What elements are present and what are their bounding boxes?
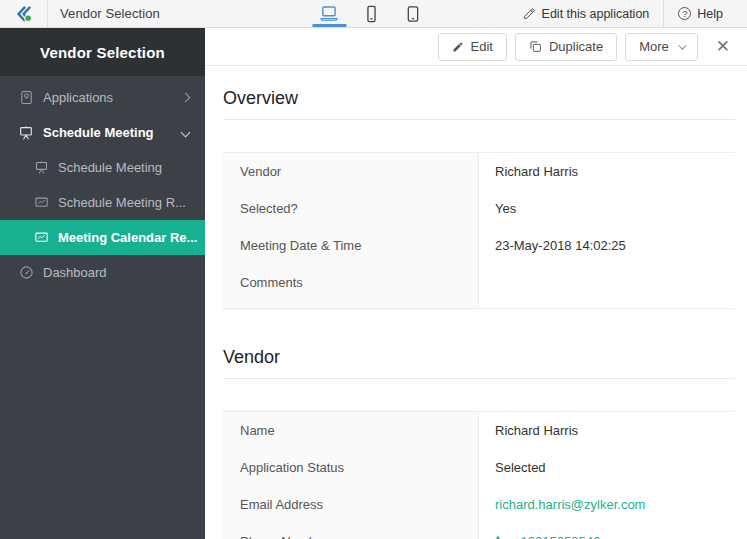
section-divider (223, 119, 735, 120)
table-row: Name Richard Harris (223, 412, 735, 449)
tablet-icon (404, 5, 421, 23)
phone-icon (495, 535, 507, 539)
app-title: Vendor Selection (48, 6, 160, 21)
edit-button-label: Edit (471, 39, 493, 54)
field-label: Selected? (223, 190, 479, 227)
duplicate-button[interactable]: Duplicate (515, 33, 617, 61)
smartphone-icon (363, 5, 379, 23)
sidebar-nav: Applications Schedule Meeting Schedule M… (0, 76, 205, 290)
pencil-icon (452, 41, 464, 53)
phone-link[interactable]: +12015653546 (479, 523, 735, 539)
sidebar-item-label: Dashboard (43, 265, 107, 280)
field-value: Selected (479, 449, 735, 486)
report-icon (33, 230, 49, 246)
close-record-icon[interactable]: ✕ (712, 34, 734, 59)
phone-number-text: +12015653546 (513, 534, 600, 539)
help-button[interactable]: ? Help (664, 0, 737, 27)
field-value: 23-May-2018 14:02:25 (479, 227, 735, 264)
field-label: Application Status (223, 449, 479, 486)
table-row: Vendor Richard Harris (223, 153, 735, 190)
more-button-label: More (639, 39, 669, 54)
chevron-down-icon (678, 41, 686, 49)
top-bar: Vendor Selection (0, 0, 747, 28)
edit-button[interactable]: Edit (438, 33, 507, 61)
applications-icon (18, 90, 34, 106)
field-value (479, 264, 735, 308)
table-row: Comments (223, 264, 735, 308)
pencil-icon (523, 7, 536, 20)
creator-logo-icon (13, 3, 35, 25)
sidebar-item-label: Applications (43, 90, 113, 105)
form-icon (18, 125, 34, 141)
table-row: Selected? Yes (223, 190, 735, 227)
field-label: Meeting Date & Time (223, 227, 479, 264)
section-divider (223, 378, 735, 379)
sidebar-item-schedule-meeting-report[interactable]: Schedule Meeting R... (0, 185, 205, 220)
chevron-right-icon (181, 93, 191, 103)
field-label: Vendor (223, 153, 479, 190)
tablet-view-button[interactable] (392, 0, 434, 27)
vendor-table: Name Richard Harris Application Status S… (223, 411, 735, 539)
sidebar-item-schedule-meeting-form[interactable]: Schedule Meeting (0, 150, 205, 185)
sidebar-item-schedule-meeting-group[interactable]: Schedule Meeting (0, 115, 205, 150)
duplicate-button-label: Duplicate (549, 39, 603, 54)
sidebar-item-label: Schedule Meeting (43, 125, 154, 140)
table-row: Application Status Selected (223, 449, 735, 486)
field-value: Yes (479, 190, 735, 227)
duplicate-icon (529, 40, 542, 53)
sidebar-item-applications[interactable]: Applications (0, 80, 205, 115)
email-link[interactable]: richard.harris@zylker.com (479, 486, 735, 523)
edit-this-application-label: Edit this application (542, 7, 650, 21)
dashboard-icon (18, 265, 34, 281)
table-row: Phone Number +12015653546 (223, 523, 735, 539)
field-value: Richard Harris (479, 153, 735, 190)
vendor-section-title: Vendor (223, 347, 735, 368)
help-label: Help (697, 7, 723, 21)
sidebar-item-label: Schedule Meeting R... (58, 195, 186, 210)
field-label: Email Address (223, 486, 479, 523)
more-button[interactable]: More (625, 33, 698, 61)
edit-this-application-button[interactable]: Edit this application (509, 0, 664, 27)
chevron-down-icon (181, 128, 191, 138)
field-value: Richard Harris (479, 412, 735, 449)
device-preview-switch (308, 0, 434, 27)
record-toolbar: Edit Duplicate More ✕ (205, 28, 747, 66)
field-label: Phone Number (223, 523, 479, 539)
overview-table: Vendor Richard Harris Selected? Yes Meet… (223, 152, 735, 309)
report-icon (33, 195, 49, 211)
overview-section-title: Overview (223, 88, 735, 109)
table-row: Meeting Date & Time 23-May-2018 14:02:25 (223, 227, 735, 264)
record-content: Overview Vendor Richard Harris Selected?… (205, 66, 747, 539)
phone-view-button[interactable] (350, 0, 392, 27)
sidebar-item-meeting-calendar-report[interactable]: Meeting Calendar Re... (0, 220, 205, 255)
topbar-right: Edit this application ? Help (509, 0, 747, 27)
sidebar: Vendor Selection Applications Schedule M… (0, 28, 205, 539)
sidebar-item-label: Schedule Meeting (58, 160, 162, 175)
laptop-icon (318, 5, 339, 22)
creator-logo[interactable] (0, 0, 48, 27)
record-detail-panel: Edit Duplicate More ✕ Overview (205, 28, 747, 539)
sidebar-item-label: Meeting Calendar Re... (58, 230, 197, 245)
sidebar-app-title: Vendor Selection (0, 28, 205, 76)
field-label: Name (223, 412, 479, 449)
desktop-view-button[interactable] (308, 0, 350, 27)
form-icon (33, 160, 49, 176)
app-window: Vendor Selection (0, 0, 747, 539)
help-icon: ? (678, 7, 691, 20)
table-row: Email Address richard.harris@zylker.com (223, 486, 735, 523)
field-label: Comments (223, 264, 479, 308)
sidebar-item-dashboard[interactable]: Dashboard (0, 255, 205, 290)
